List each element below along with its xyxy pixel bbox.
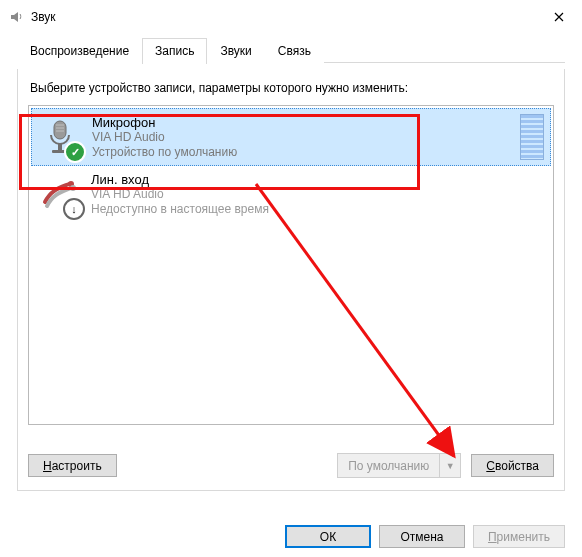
tab-recording[interactable]: Запись <box>142 38 207 64</box>
device-status: Устройство по умолчанию <box>92 145 520 160</box>
device-name: Микрофон <box>92 115 520 130</box>
device-list[interactable]: ✓ Микрофон VIA HD Audio Устройство по ум… <box>28 105 554 425</box>
close-button[interactable] <box>536 1 581 33</box>
svg-rect-0 <box>54 121 66 139</box>
set-default-dropdown: По умолчанию ▼ <box>337 453 461 478</box>
sound-dialog: Звук Воспроизведение Запись Звуки Связь … <box>0 0 582 557</box>
tab-pane: Выберите устройство записи, параметры ко… <box>17 69 565 491</box>
configure-button[interactable]: Настроить <box>28 454 117 477</box>
microphone-icon: ✓ <box>36 113 84 161</box>
pane-buttons: Настроить По умолчанию ▼ Свойства <box>28 453 554 478</box>
apply-button[interactable]: Применить <box>473 525 565 548</box>
tab-sounds[interactable]: Звуки <box>207 38 264 63</box>
tab-playback[interactable]: Воспроизведение <box>17 38 142 63</box>
level-meter <box>520 114 544 160</box>
svg-point-8 <box>70 185 76 191</box>
device-row-linein[interactable]: ↓ Лин. вход VIA HD Audio Недоступно в на… <box>31 166 551 222</box>
down-arrow-icon: ↓ <box>63 198 85 220</box>
device-info: Лин. вход VIA HD Audio Недоступно в наст… <box>91 172 545 217</box>
sound-icon <box>9 9 25 25</box>
tabstrip: Воспроизведение Запись Звуки Связь <box>1 33 581 63</box>
device-info: Микрофон VIA HD Audio Устройство по умол… <box>92 115 520 160</box>
cancel-button[interactable]: Отмена <box>379 525 465 548</box>
dropdown-arrow-icon[interactable]: ▼ <box>440 453 461 478</box>
ok-button[interactable]: ОК <box>285 525 371 548</box>
svg-rect-5 <box>58 144 62 150</box>
check-icon: ✓ <box>64 141 86 163</box>
linein-icon: ↓ <box>35 170 83 218</box>
window-title: Звук <box>31 10 536 24</box>
device-status: Недоступно в настоящее время <box>91 202 545 217</box>
instruction-text: Выберите устройство записи, параметры ко… <box>30 81 552 95</box>
dialog-buttons: ОК Отмена Применить <box>285 525 565 548</box>
tab-communications[interactable]: Связь <box>265 38 324 63</box>
device-name: Лин. вход <box>91 172 545 187</box>
set-default-button[interactable]: По умолчанию <box>337 453 440 478</box>
titlebar: Звук <box>1 1 581 33</box>
properties-button[interactable]: Свойства <box>471 454 554 477</box>
device-driver: VIA HD Audio <box>91 187 545 202</box>
device-driver: VIA HD Audio <box>92 130 520 145</box>
device-row-microphone[interactable]: ✓ Микрофон VIA HD Audio Устройство по ум… <box>31 108 551 166</box>
